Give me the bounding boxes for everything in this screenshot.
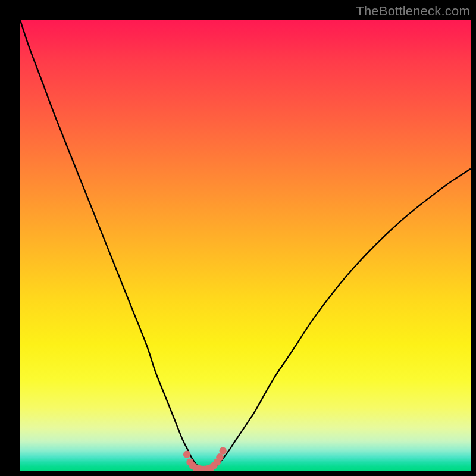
outer-frame: TheBottleneck.com	[0, 0, 476, 476]
min-marker	[183, 451, 190, 458]
min-marker	[216, 453, 223, 461]
curve-layer	[20, 20, 471, 471]
flat-min-markers	[183, 447, 227, 471]
plot-area	[20, 20, 471, 471]
bottleneck-curve	[20, 20, 471, 469]
watermark-text: TheBottleneck.com	[356, 4, 470, 19]
min-marker	[220, 447, 227, 455]
